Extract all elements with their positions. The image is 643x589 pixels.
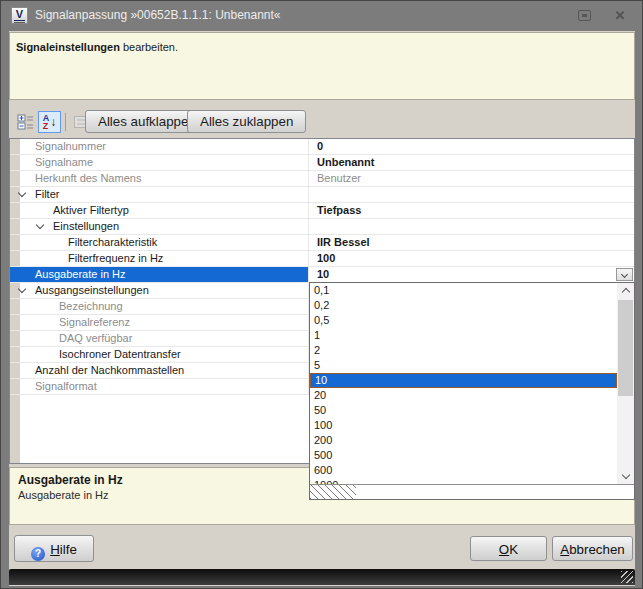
maximize-icon [578, 10, 591, 21]
property-value: 10 [309, 267, 634, 282]
popup-resize-grip-icon [310, 485, 356, 499]
chevron-up-icon [621, 288, 629, 296]
property-label: Signalnummer [10, 139, 308, 154]
category-row-filter[interactable]: Filter [10, 187, 634, 203]
property-row-signalnummer[interactable]: Signalnummer 0 [10, 139, 634, 155]
close-button[interactable]: ✕ [610, 8, 630, 24]
property-label: Filterfrequenz in Hz [10, 251, 308, 266]
property-value: IIR Bessel [309, 235, 634, 250]
app-icon: V [11, 7, 28, 24]
help-icon: ? [31, 547, 45, 561]
property-label: Signalreferenz [10, 315, 308, 330]
category-row-einstellungen[interactable]: Einstellungen [10, 219, 634, 235]
info-panel: Signaleinstellungen bearbeiten. [9, 32, 635, 100]
property-row-herkunft[interactable]: Herkunft des Namens Benutzer [10, 171, 634, 187]
property-row-filtercharakteristik[interactable]: Filtercharakteristik IIR Bessel [10, 235, 634, 251]
property-label: DAQ verfügbar [10, 331, 308, 346]
cancel-button[interactable]: Abbrechen [552, 536, 633, 561]
dropdown-item[interactable]: 200 [310, 433, 634, 448]
category-label: Filter [10, 187, 308, 202]
property-label: Signalformat [10, 379, 308, 394]
property-label: Herkunft des Namens [10, 171, 308, 186]
property-label: Signalname [10, 155, 308, 170]
category-label: Einstellungen [10, 219, 308, 234]
window-resize-grip[interactable] [621, 571, 633, 583]
chevron-down-icon [621, 271, 628, 278]
categorized-view-button[interactable] [14, 111, 37, 133]
property-value: Unbenannt [309, 155, 634, 170]
ok-button[interactable]: OK [470, 536, 547, 561]
sort-az-button[interactable]: A Z ↓ [38, 111, 61, 133]
sort-az-icon: A Z ↓ [39, 114, 60, 130]
property-value: Benutzer [309, 171, 634, 186]
title-bar[interactable]: V Signalanpassung »00652B.1.1.1: Unbenan… [1, 1, 642, 31]
dropdown-item[interactable]: 50 [310, 403, 634, 418]
property-label: Aktiver Filtertyp [10, 203, 308, 218]
popup-resize-bar[interactable] [310, 484, 634, 499]
property-label: Filtercharakteristik [10, 235, 308, 250]
dropdown-scrollbar[interactable] [617, 283, 634, 484]
close-icon: ✕ [615, 8, 626, 23]
property-row-aktiver-filtertyp[interactable]: Aktiver Filtertyp Tiefpass [10, 203, 634, 219]
dropdown-popup: 0,1 0,2 0,5 1 2 5 10 20 50 100 200 500 6… [309, 282, 635, 500]
dropdown-item[interactable]: 0,2 [310, 298, 634, 313]
scroll-down-button[interactable] [617, 468, 634, 484]
property-value: 100 [309, 251, 634, 266]
property-label: Isochroner Datentransfer [10, 347, 308, 362]
dropdown-list: 0,1 0,2 0,5 1 2 5 10 20 50 100 200 500 6… [310, 283, 634, 484]
property-label: Anzahl der Nachkommastellen [10, 363, 308, 378]
window-title: Signalanpassung »00652B.1.1.1: Unbenannt… [35, 1, 281, 30]
scroll-up-button[interactable] [617, 283, 634, 299]
dropdown-item[interactable]: 500 [310, 448, 634, 463]
dropdown-item-selected[interactable]: 10 [310, 373, 617, 388]
dropdown-item[interactable]: 2 [310, 343, 634, 358]
property-row-signalname[interactable]: Signalname Unbenannt [10, 155, 634, 171]
property-label: Ausgaberate in Hz [10, 267, 308, 282]
property-row-ausgaberate[interactable]: Ausgaberate in Hz 10 [10, 267, 634, 283]
status-bar [9, 569, 635, 585]
dropdown-item[interactable]: 600 [310, 463, 634, 478]
property-value: 0 [309, 139, 634, 154]
chevron-down-icon [621, 471, 629, 479]
category-label: Ausgangseinstellungen [10, 283, 308, 298]
maximize-button[interactable] [574, 8, 594, 24]
help-button[interactable]: ?Hilfe [14, 535, 94, 562]
dropdown-item[interactable]: 0,1 [310, 283, 634, 298]
property-row-filterfrequenz[interactable]: Filterfrequenz in Hz 100 [10, 251, 634, 267]
property-label: Bezeichnung [10, 299, 308, 314]
categorized-view-icon [17, 114, 34, 130]
scrollbar-thumb[interactable] [618, 300, 633, 396]
dropdown-item[interactable]: 0,5 [310, 313, 634, 328]
dropdown-item[interactable]: 5 [310, 358, 634, 373]
property-value: Tiefpass [309, 203, 634, 218]
toolbar-separator [65, 113, 66, 131]
collapse-all-button[interactable]: Alles zuklappen [187, 110, 306, 133]
dialog-window: V Signalanpassung »00652B.1.1.1: Unbenan… [0, 0, 643, 589]
dropdown-item[interactable]: 100 [310, 418, 634, 433]
combo-dropdown-button[interactable] [616, 268, 633, 281]
dropdown-item[interactable]: 1 [310, 328, 634, 343]
dropdown-item[interactable]: 20 [310, 388, 634, 403]
info-text: Signaleinstellungen bearbeiten. [16, 41, 178, 53]
